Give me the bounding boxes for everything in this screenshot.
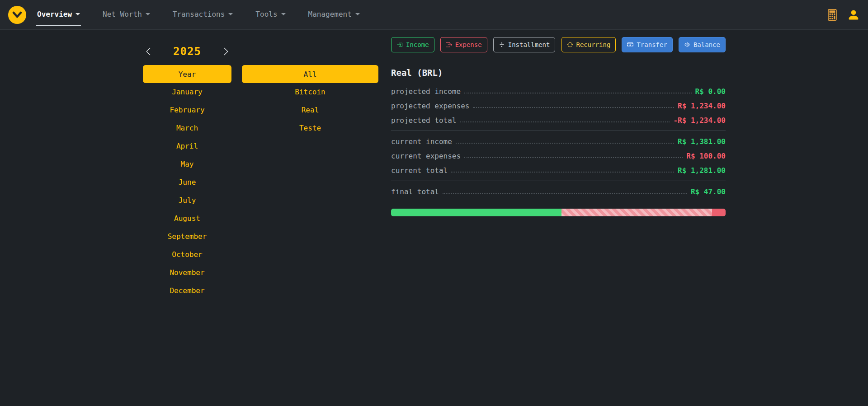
year-button[interactable]: Year [143,65,231,83]
month-item-april[interactable]: April [143,137,231,155]
month-list: January February March April May June Ju… [143,83,231,300]
month-item-august[interactable]: August [143,210,231,228]
row-value: -R$ 1,234.00 [673,116,726,125]
month-item-november[interactable]: November [143,264,231,282]
account-summary-title: Real (BRL) [391,68,726,78]
divider [391,131,726,131]
transfer-button-label: Transfer [637,41,667,48]
all-accounts-button[interactable]: All [242,65,378,83]
nav-item-label: Transactions [173,10,225,19]
nav-item-tools[interactable]: Tools [255,4,286,26]
month-item-may[interactable]: May [143,155,231,173]
dotted-leader [464,93,691,93]
box-arrow-in-right-icon [396,42,403,48]
row-label: projected income [391,87,461,96]
installment-button-label: Installment [508,41,550,48]
row-label: projected total [391,116,457,125]
recurring-button[interactable]: Recurring [561,37,616,52]
projected-group: projected income R$ 0.00 projected expen… [391,84,726,127]
account-list: Bitcoin Real Teste [242,83,378,137]
month-item-july[interactable]: July [143,191,231,210]
progress-segment-striped [561,209,712,216]
progress-segment-income [391,209,561,216]
scales-icon [684,42,690,48]
cash-stack-icon [627,42,633,48]
row-value: R$ 1,281.00 [678,166,726,175]
dotted-leader [464,157,683,158]
summary-row: current total R$ 1,281.00 [391,163,726,177]
calculator-icon[interactable] [826,9,838,21]
nav-item-net-worth[interactable]: Net Worth [102,4,151,26]
nav-item-transactions[interactable]: Transactions [172,4,234,26]
balance-button[interactable]: Balance [679,37,726,52]
user-icon[interactable] [847,9,860,21]
dotted-leader [443,193,687,194]
transaction-actions: Income Expense Installment [391,37,726,52]
summary-row: projected expenses R$ 1,234.00 [391,98,726,113]
expense-button-label: Expense [455,41,482,48]
current-group: current income R$ 1,381.00 current expen… [391,134,726,177]
budget-progress-bar [391,209,726,216]
box-arrow-right-icon [446,42,452,48]
row-label: current total [391,166,448,175]
app-logo[interactable] [8,6,26,24]
row-label: final total [391,187,439,196]
next-year-button[interactable] [222,47,231,56]
installment-button[interactable]: Installment [493,37,556,52]
chevron-down-icon [228,13,233,15]
summary-row: projected income R$ 0.00 [391,84,726,98]
navbar: Overview Net Worth Transactions Tools Ma… [0,0,868,30]
expense-button[interactable]: Expense [440,37,487,52]
row-value: R$ 1,234.00 [678,102,726,110]
divide-icon [499,42,505,48]
income-button-label: Income [406,41,429,48]
main-content: 2025 Year January February March April M… [0,30,868,300]
nav-item-management[interactable]: Management [307,4,361,26]
row-label: projected expenses [391,102,469,110]
balance-button-label: Balance [693,41,720,48]
month-item-march[interactable]: March [143,119,231,137]
year-navigator: 2025 [143,43,231,60]
month-item-september[interactable]: September [143,228,231,246]
income-button[interactable]: Income [391,37,434,52]
previous-year-button[interactable] [144,47,153,56]
month-item-february[interactable]: February [143,101,231,119]
summary-row: projected total -R$ 1,234.00 [391,113,726,127]
month-item-december[interactable]: December [143,282,231,300]
month-item-january[interactable]: January [143,83,231,101]
account-item-teste[interactable]: Teste [242,119,378,137]
recurring-button-label: Recurring [576,41,611,48]
chevron-down-icon [355,13,360,15]
row-label: current income [391,137,452,146]
current-year: 2025 [173,45,201,58]
row-value: R$ 47.00 [691,187,726,196]
row-value: R$ 1,381.00 [678,137,726,146]
summary-row: final total R$ 47.00 [391,184,726,199]
account-item-real[interactable]: Real [242,101,378,119]
row-value: R$ 0.00 [695,87,726,96]
nav-item-label: Net Worth [103,10,142,19]
row-label: current expenses [391,152,461,160]
arrow-repeat-icon [567,42,573,48]
summary-row: current expenses R$ 100.00 [391,149,726,163]
navbar-right [826,9,860,21]
chevron-down-icon [146,13,150,15]
dotted-leader [460,121,670,122]
chevron-down-icon [281,13,286,15]
dotted-leader [473,107,674,108]
main-nav: Overview Net Worth Transactions Tools Ma… [36,4,361,26]
account-item-bitcoin[interactable]: Bitcoin [242,83,378,101]
nav-item-overview[interactable]: Overview [36,4,81,26]
summary-row: current income R$ 1,381.00 [391,134,726,149]
row-value: R$ 100.00 [686,152,726,160]
nav-item-label: Overview [37,10,72,19]
summary-column: Income Expense Installment [391,37,726,216]
dotted-leader [451,172,674,173]
divider [391,181,726,181]
period-column: 2025 Year January February March April M… [143,43,231,300]
chevron-down-icon [75,13,80,15]
transfer-button[interactable]: Transfer [622,37,672,52]
nav-item-label: Management [308,10,352,19]
month-item-october[interactable]: October [143,246,231,264]
month-item-june[interactable]: June [143,173,231,191]
